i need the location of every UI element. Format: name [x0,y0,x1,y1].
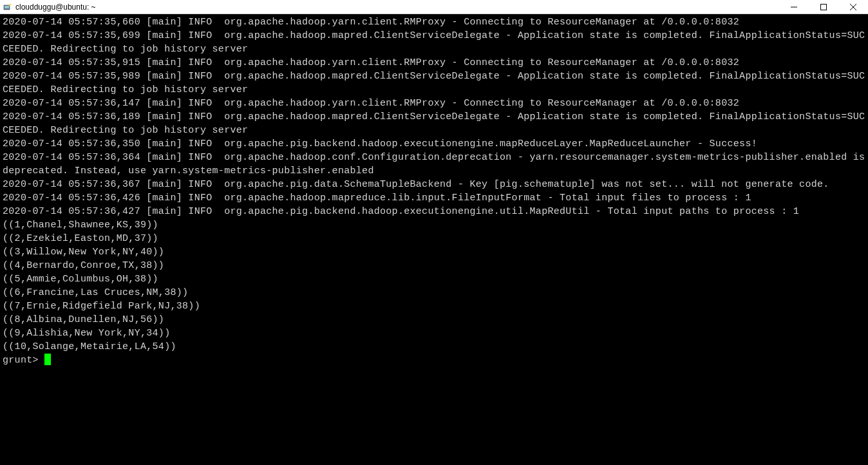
log-line: 2020-07-14 05:57:36,426 [main] INFO org.… [3,191,865,205]
log-line: ((2,Ezekiel,Easton,MD,37)) [3,232,865,245]
minimize-button[interactable] [779,0,809,14]
log-line: 2020-07-14 05:57:36,147 [main] INFO org.… [3,97,865,110]
log-line: 2020-07-14 05:57:35,989 [main] INFO org.… [3,70,865,97]
log-line: 2020-07-14 05:57:35,915 [main] INFO org.… [3,56,865,70]
svg-rect-4 [821,4,827,10]
prompt: grunt> [3,355,44,366]
window-titlebar: cloudduggu@ubuntu: ~ [0,0,868,14]
log-line: ((6,Francine,Las Cruces,NM,38)) [3,286,865,299]
log-line: ((10,Solange,Metairie,LA,54)) [3,340,865,354]
cursor [44,354,51,365]
log-line: ((4,Bernardo,Conroe,TX,38)) [3,259,865,272]
log-line: ((5,Ammie,Columbus,OH,38)) [3,272,865,286]
maximize-button[interactable] [809,0,838,14]
log-line: ((1,Chanel,Shawnee,KS,39)) [3,218,865,232]
svg-line-2 [9,4,11,6]
close-button[interactable] [838,0,868,14]
putty-icon [3,2,13,12]
log-line: 2020-07-14 05:57:36,367 [main] INFO org.… [3,178,865,191]
window-controls [779,0,868,14]
window-title: cloudduggu@ubuntu: ~ [15,3,779,12]
log-line: 2020-07-14 05:57:36,350 [main] INFO org.… [3,137,865,151]
svg-rect-1 [5,6,9,8]
log-line: ((3,Willow,New York,NY,40)) [3,245,865,259]
log-line: ((7,Ernie,Ridgefield Park,NJ,38)) [3,299,865,313]
log-line: 2020-07-14 05:57:36,427 [main] INFO org.… [3,205,865,218]
log-line: ((9,Alishia,New York,NY,34)) [3,327,865,340]
log-line: ((8,Albina,Dunellen,NJ,56)) [3,313,865,327]
log-line: 2020-07-14 05:57:35,699 [main] INFO org.… [3,29,865,56]
log-line: 2020-07-14 05:57:36,189 [main] INFO org.… [3,110,865,137]
log-line: 2020-07-14 05:57:36,364 [main] INFO org.… [3,151,865,178]
log-line: 2020-07-14 05:57:35,660 [main] INFO org.… [3,15,865,29]
terminal-output[interactable]: 2020-07-14 05:57:35,660 [main] INFO org.… [0,14,868,370]
